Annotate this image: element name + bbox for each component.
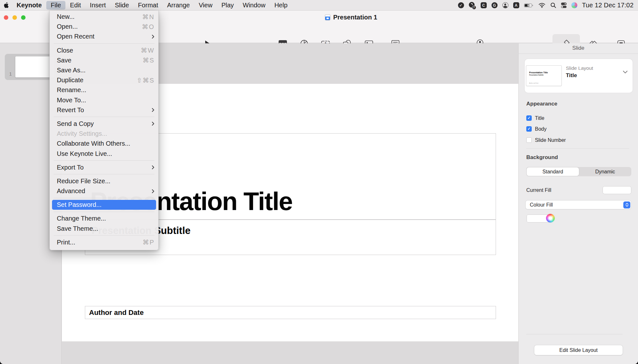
thumb-subtitle-text: Presentation Subtitle — [529, 74, 544, 76]
menubar-item-window[interactable]: Window — [238, 1, 270, 10]
inspector-header: Slide — [519, 43, 638, 54]
divider — [526, 148, 629, 149]
slide-number-checkbox-label: Slide Number — [535, 137, 566, 143]
window-title-area: Presentation 1 — [325, 14, 377, 21]
menu-divider — [54, 160, 154, 161]
submenu-arrow-icon — [152, 121, 154, 126]
menubar-item-arrange[interactable]: Arrange — [162, 1, 194, 10]
menu-divider — [54, 235, 154, 236]
menu-item-activity-settings: Activity Settings... — [50, 129, 158, 139]
slide-author-text: Author and Date — [89, 306, 144, 319]
menu-item-reduce-file-size[interactable]: Reduce File Size... — [50, 176, 158, 186]
wifi-icon[interactable] — [538, 3, 545, 8]
menu-item-save-as[interactable]: Save As... — [50, 65, 158, 75]
zoom-window-button[interactable] — [21, 15, 26, 20]
menu-divider — [54, 212, 154, 212]
menu-item-set-password[interactable]: Set Password... — [52, 200, 156, 210]
format-inspector: Slide Presentation Title Presentation Su… — [518, 43, 638, 364]
body-checkbox[interactable]: ✓ — [526, 126, 532, 132]
menu-item-open[interactable]: Open...⌘O — [50, 22, 158, 32]
menubar-item-view[interactable]: View — [194, 1, 217, 10]
author-placeholder-box[interactable]: Author and Date — [85, 306, 496, 319]
menu-divider — [54, 174, 154, 174]
letter-a-app-icon[interactable]: A — [513, 2, 519, 8]
menu-item-use-keynote-live[interactable]: Use Keynote Live... — [50, 149, 158, 158]
menu-item-change-theme[interactable]: Change Theme... — [50, 214, 158, 223]
apple-logo-icon — [4, 2, 9, 8]
segment-standard[interactable]: Standard — [527, 167, 579, 176]
edit-slide-layout-button[interactable]: Edit Slide Layout — [534, 345, 623, 355]
menubar-item-slide[interactable]: Slide — [110, 1, 133, 10]
menu-item-advanced[interactable]: Advanced — [50, 186, 158, 196]
file-menu: New...⌘N Open...⌘O Open Recent Close⌘W S… — [49, 11, 159, 250]
control-center-icon[interactable] — [561, 3, 567, 8]
submenu-arrow-icon — [152, 165, 154, 170]
colour-wheel-button[interactable] — [546, 214, 555, 222]
slide-layout-label: Slide Layout — [566, 65, 593, 71]
current-fill-label: Current Fill — [526, 187, 551, 193]
menu-divider — [54, 43, 154, 44]
thumb-title-text: Presentation Title — [529, 71, 548, 74]
menu-item-move-to[interactable]: Move To... — [50, 95, 158, 105]
background-heading: Background — [526, 154, 558, 161]
menu-item-save-theme[interactable]: Save Theme... — [50, 224, 158, 234]
chevron-down-icon[interactable] — [623, 69, 628, 75]
menu-item-open-recent[interactable]: Open Recent — [50, 32, 158, 41]
menu-item-revert-to[interactable]: Revert To — [50, 105, 158, 115]
document-icon — [604, 31, 638, 44]
status-bar: ✓ 7 C G A — [458, 0, 638, 11]
minimize-window-button[interactable] — [12, 15, 17, 20]
menu-item-export-to[interactable]: Export To — [50, 163, 158, 172]
spotlight-search-icon[interactable] — [550, 2, 556, 8]
siri-icon[interactable] — [571, 2, 577, 8]
menu-item-print[interactable]: Print...⌘P — [50, 237, 158, 247]
menubar-item-file[interactable]: File — [46, 1, 65, 10]
submenu-arrow-icon — [152, 189, 154, 193]
letter-c-app-icon[interactable]: C — [481, 2, 487, 8]
screen: Keynote File Edit Insert Slide Format Ar… — [0, 0, 638, 364]
title-checkbox-label: Title — [535, 115, 544, 121]
menubar-clock[interactable]: Tue 12 Dec 17:02 — [582, 2, 634, 9]
menubar-item-help[interactable]: Help — [270, 1, 292, 10]
submenu-arrow-icon — [152, 108, 154, 112]
menubar-item-edit[interactable]: Edit — [65, 1, 85, 10]
person-circle-icon[interactable] — [502, 2, 508, 8]
menubar-item-format[interactable]: Format — [133, 1, 162, 10]
close-window-button[interactable] — [4, 15, 8, 20]
menubar-item-play[interactable]: Play — [217, 1, 238, 10]
segment-dynamic[interactable]: Dynamic — [579, 167, 631, 176]
letter-g-app-icon[interactable]: G — [492, 2, 498, 8]
fill-type-dropdown[interactable]: Colour Fill — [526, 200, 631, 209]
appearance-heading: Appearance — [526, 101, 557, 107]
window-controls — [4, 15, 26, 20]
menu-divider — [54, 198, 154, 198]
slide-number-checkbox[interactable] — [526, 137, 532, 143]
menu-item-save[interactable]: Save⌘S — [50, 55, 158, 65]
slide-thumbnail[interactable] — [15, 56, 54, 77]
battery-icon[interactable] — [524, 2, 534, 9]
divider — [526, 334, 623, 334]
background-segmented-control: Standard Dynamic — [526, 167, 631, 176]
slide-layout-name: Title — [566, 72, 577, 79]
check-circle-icon[interactable]: ✓ — [458, 2, 464, 8]
window-title: Presentation 1 — [333, 14, 377, 21]
menu-item-duplicate[interactable]: Duplicate⇧⌘S — [50, 75, 158, 85]
menu-item-rename[interactable]: Rename... — [50, 85, 158, 95]
title-checkbox[interactable]: ✓ — [526, 115, 532, 121]
menu-bar: Keynote File Edit Insert Slide Format Ar… — [0, 0, 638, 11]
menu-item-collaborate-with-others[interactable]: Collaborate With Others... — [50, 139, 158, 149]
comment-icon — [378, 31, 413, 44]
keynote-doc-icon — [325, 14, 330, 20]
body-checkbox-label: Body — [535, 126, 546, 132]
collaborate-icon — [462, 31, 497, 44]
menubar-item-keynote[interactable]: Keynote — [12, 1, 46, 10]
menu-item-send-a-copy[interactable]: Send a Copy — [50, 119, 158, 129]
menu-item-new[interactable]: New...⌘N — [50, 12, 158, 22]
menu-item-close[interactable]: Close⌘W — [50, 46, 158, 55]
timer-icon[interactable]: 7 — [469, 2, 476, 9]
timer-badge: 7 — [472, 5, 476, 10]
current-fill-swatch[interactable] — [603, 186, 631, 194]
apple-menu[interactable] — [0, 0, 12, 10]
menubar-item-insert[interactable]: Insert — [86, 1, 110, 10]
stepper-icon[interactable] — [623, 201, 630, 208]
